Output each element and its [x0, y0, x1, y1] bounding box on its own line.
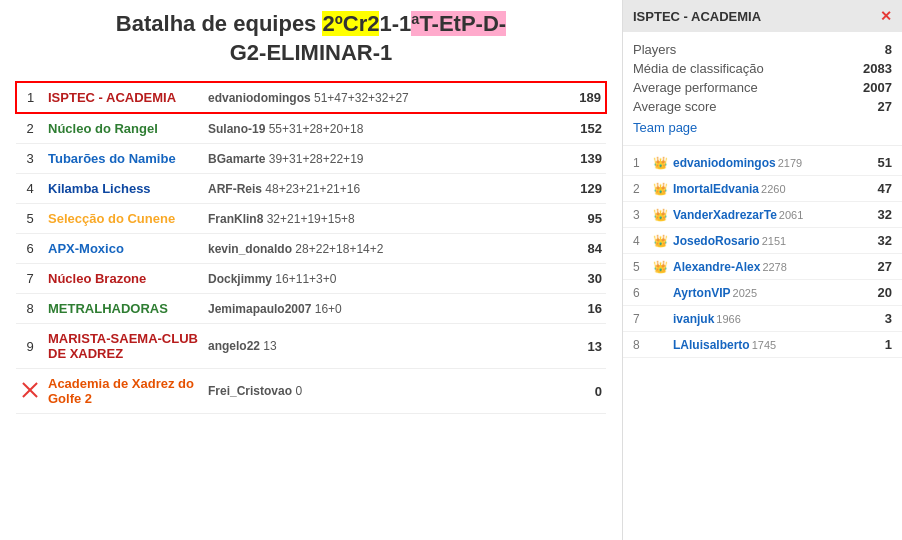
player-list-rank: 1 — [633, 156, 651, 170]
player-row: 3👑VanderXadrezarTe206132 — [623, 202, 902, 228]
player-username[interactable]: LAluisalberto — [673, 338, 750, 352]
stat-players: Players 8 — [633, 40, 892, 59]
crown-icon: 👑 — [651, 234, 669, 248]
team-name[interactable]: Núcleo do Rangel — [44, 113, 204, 144]
player-score: 3 — [872, 311, 892, 326]
crown-icon: 👑 — [651, 182, 669, 196]
rating-label: Média de classificação — [633, 61, 764, 76]
close-button[interactable]: ✕ — [880, 8, 892, 24]
team-score: 95 — [566, 204, 606, 234]
player-name: edvaniodomingos — [208, 91, 314, 105]
team-rank: 1 — [16, 82, 44, 113]
player-list-rank: 8 — [633, 338, 651, 352]
player-username[interactable]: VanderXadrezarTe — [673, 208, 777, 222]
player-name-area: AyrtonVIP2025 — [673, 285, 872, 300]
team-page-link[interactable]: Team page — [633, 116, 892, 137]
players-label: Players — [633, 42, 676, 57]
avg-perf-label: Average performance — [633, 80, 758, 95]
team-players-scores: ARF-Reis 48+23+21+21+16 — [204, 174, 566, 204]
player-rating: 2278 — [762, 261, 786, 273]
team-name[interactable]: MARISTA-SAEMA-CLUB DE XADREZ — [44, 324, 204, 369]
player-list-rank: 4 — [633, 234, 651, 248]
player-score: 47 — [872, 181, 892, 196]
player-name: Jemimapaulo2007 — [208, 302, 315, 316]
player-list-rank: 6 — [633, 286, 651, 300]
team-stats: Players 8 Média de classificação 2083 Av… — [623, 32, 902, 146]
player-row: 5👑Alexandre-Alex227827 — [623, 254, 902, 280]
player-score: 32 — [872, 207, 892, 222]
players-value: 8 — [885, 42, 892, 57]
teams-table: 1ISPTEC - ACADEMIAedvaniodomingos 51+47+… — [15, 81, 607, 414]
team-score: 0 — [566, 369, 606, 414]
avg-score-label: Average score — [633, 99, 717, 114]
player-rating: 2260 — [761, 183, 785, 195]
team-rank — [16, 369, 44, 414]
stat-avg-perf: Average performance 2007 — [633, 78, 892, 97]
player-username[interactable]: ImortalEdvania — [673, 182, 759, 196]
team-row: 7Núcleo BrazoneDockjimmy 16+11+3+030 — [16, 264, 606, 294]
team-players-scores: BGamarte 39+31+28+22+19 — [204, 144, 566, 174]
team-players-scores: FranKlin8 32+21+19+15+8 — [204, 204, 566, 234]
player-row: 7ivanjuk19663 — [623, 306, 902, 332]
rating-value: 2083 — [863, 61, 892, 76]
team-row: Academia de Xadrez do Golfe 2Frei_Cristo… — [16, 369, 606, 414]
player-name-area: ImortalEdvania2260 — [673, 181, 872, 196]
player-score: 32 — [872, 233, 892, 248]
player-username[interactable]: AyrtonVIP — [673, 286, 731, 300]
player-row: 8LAluisalberto17451 — [623, 332, 902, 358]
team-players-scores: Jemimapaulo2007 16+0 — [204, 294, 566, 324]
player-name: BGamarte — [208, 152, 269, 166]
player-username[interactable]: JosedoRosario — [673, 234, 760, 248]
team-rank: 9 — [16, 324, 44, 369]
player-name-area: VanderXadrezarTe2061 — [673, 207, 872, 222]
stat-avg-score: Average score 27 — [633, 97, 892, 116]
player-row: 4👑JosedoRosario215132 — [623, 228, 902, 254]
player-rating: 2025 — [733, 287, 757, 299]
team-players-scores: angelo22 13 — [204, 324, 566, 369]
team-rank: 2 — [16, 113, 44, 144]
team-score: 152 — [566, 113, 606, 144]
team-players-scores: edvaniodomingos 51+47+32+32+27 — [204, 82, 566, 113]
player-name: angelo22 — [208, 339, 263, 353]
team-players-scores: Frei_Cristovao 0 — [204, 369, 566, 414]
team-name[interactable]: Kilamba Lichess — [44, 174, 204, 204]
team-name[interactable]: Núcleo Brazone — [44, 264, 204, 294]
team-rank: 5 — [16, 204, 44, 234]
team-name[interactable]: METRALHADORAS — [44, 294, 204, 324]
crown-icon: 👑 — [651, 260, 669, 274]
player-rating: 2151 — [762, 235, 786, 247]
team-row: 9MARISTA-SAEMA-CLUB DE XADREZangelo22 13… — [16, 324, 606, 369]
team-row: 1ISPTEC - ACADEMIAedvaniodomingos 51+47+… — [16, 82, 606, 113]
player-name: Dockjimmy — [208, 272, 275, 286]
player-name: kevin_donaldo — [208, 242, 295, 256]
player-list-rank: 2 — [633, 182, 651, 196]
team-name[interactable]: Academia de Xadrez do Golfe 2 — [44, 369, 204, 414]
team-name[interactable]: Selecção do Cunene — [44, 204, 204, 234]
right-panel-header: ISPTEC - ACADEMIA ✕ — [623, 0, 902, 32]
team-score: 189 — [566, 82, 606, 113]
player-username[interactable]: ivanjuk — [673, 312, 714, 326]
team-score: 139 — [566, 144, 606, 174]
team-name[interactable]: APX-Moxico — [44, 234, 204, 264]
player-score: 51 — [872, 155, 892, 170]
player-username[interactable]: edvaniodomingos — [673, 156, 776, 170]
player-name: FranKlin8 — [208, 212, 267, 226]
team-players-scores: Dockjimmy 16+11+3+0 — [204, 264, 566, 294]
page-title: Batalha de equipes 2ºCr21-1ªT-EtP-D-G2-E… — [15, 10, 607, 67]
crown-icon: 👑 — [651, 156, 669, 170]
player-name: ARF-Reis — [208, 182, 265, 196]
team-rank: 6 — [16, 234, 44, 264]
player-score: 1 — [872, 337, 892, 352]
player-row: 1👑edvaniodomingos217951 — [623, 150, 902, 176]
player-username[interactable]: Alexandre-Alex — [673, 260, 760, 274]
player-row: 2👑ImortalEdvania226047 — [623, 176, 902, 202]
team-name[interactable]: ISPTEC - ACADEMIA — [44, 82, 204, 113]
team-score: 129 — [566, 174, 606, 204]
team-players-scores: kevin_donaldo 28+22+18+14+2 — [204, 234, 566, 264]
player-name: Sulano-19 — [208, 122, 269, 136]
player-name-area: edvaniodomingos2179 — [673, 155, 872, 170]
player-name-area: LAluisalberto1745 — [673, 337, 872, 352]
right-panel-title: ISPTEC - ACADEMIA — [633, 9, 761, 24]
team-rank: 3 — [16, 144, 44, 174]
team-name[interactable]: Tubarões do Namibe — [44, 144, 204, 174]
